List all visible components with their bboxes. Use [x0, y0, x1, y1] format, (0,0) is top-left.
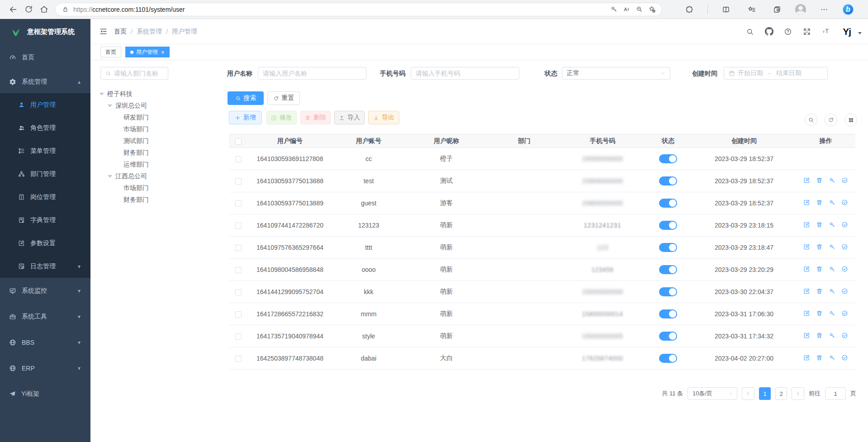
split-screen-icon[interactable] [718, 2, 734, 17]
row-edit-icon[interactable] [803, 288, 810, 295]
row-checkbox[interactable] [235, 311, 242, 318]
column-settings-icon[interactable] [844, 114, 857, 126]
sidebar-item-param-settings[interactable]: 参数设置 [0, 232, 90, 255]
status-toggle[interactable] [659, 309, 677, 318]
github-icon[interactable] [763, 26, 775, 38]
row-edit-icon[interactable] [803, 221, 810, 228]
sidebar-item-dict-management[interactable]: 字典管理 [0, 209, 90, 232]
tree-node[interactable]: 市场部门 [96, 124, 223, 135]
sidebar-item-role-management[interactable]: 角色管理 [0, 116, 90, 139]
tree-node[interactable]: 研发部门 [96, 112, 223, 124]
read-aloud-icon[interactable] [620, 3, 633, 16]
tree-expand-caret-icon[interactable] [100, 93, 104, 95]
row-edit-icon[interactable] [803, 310, 810, 317]
tree-expand-caret-icon[interactable] [108, 105, 112, 107]
row-reset-password-icon[interactable] [829, 199, 835, 206]
row-checkbox[interactable] [235, 333, 242, 340]
user-menu-caret-icon[interactable] [858, 32, 862, 34]
row-edit-icon[interactable] [803, 199, 810, 206]
row-assign-role-icon[interactable] [841, 310, 848, 317]
sidebar-item-system-management[interactable]: 系统管理 ▴ [0, 70, 90, 93]
sidebar-item-home[interactable]: 首页 [0, 44, 90, 70]
row-checkbox[interactable] [235, 356, 242, 362]
row-reset-password-icon[interactable] [829, 310, 835, 317]
tag-user-management[interactable]: 用户管理× [125, 47, 170, 57]
sidebar-item-bbs[interactable]: BBS ▾ [0, 329, 90, 355]
sidebar-item-system-tools[interactable]: 系统工具 ▾ [0, 304, 90, 329]
status-select[interactable]: 正常 [562, 67, 670, 80]
goto-page-input[interactable] [825, 387, 846, 400]
lock-icon[interactable] [62, 6, 69, 13]
row-checkbox[interactable] [235, 156, 242, 162]
row-assign-role-icon[interactable] [841, 288, 848, 295]
sidebar-item-user-management[interactable]: 用户管理 [0, 93, 90, 116]
row-edit-icon[interactable] [803, 266, 810, 272]
row-checkbox[interactable] [235, 267, 242, 273]
page-button-2[interactable]: 2 [775, 387, 787, 400]
row-delete-icon[interactable] [816, 288, 823, 295]
tree-node[interactable]: 测试部门 [96, 135, 223, 147]
breadcrumb-home[interactable]: 首页 [114, 28, 127, 36]
copilot-icon[interactable]: b [842, 4, 854, 15]
row-reset-password-icon[interactable] [829, 177, 835, 184]
table-refresh-icon[interactable] [825, 114, 837, 126]
app-logo[interactable]: 意框架管理系统 [0, 19, 90, 44]
status-toggle[interactable] [659, 287, 677, 296]
tree-node[interactable]: 深圳总公司 [96, 100, 223, 112]
edit-button[interactable]: 修改 [266, 111, 297, 124]
reset-button[interactable]: 重置 [267, 91, 300, 105]
row-assign-role-icon[interactable] [841, 243, 848, 250]
import-button[interactable]: 导入 [334, 111, 365, 124]
sidebar-item-system-monitor[interactable]: 系统监控 ▾ [0, 278, 90, 304]
username-input[interactable] [258, 67, 366, 80]
more-menu-icon[interactable] [816, 2, 832, 17]
row-delete-icon[interactable] [816, 177, 823, 184]
page-size-select[interactable]: 10条/页 [688, 387, 737, 400]
row-edit-icon[interactable] [803, 177, 810, 184]
row-reset-password-icon[interactable] [829, 288, 835, 295]
font-size-icon[interactable]: TT [820, 26, 832, 38]
address-bar[interactable]: https://ccnetcore.com:1101/system/user [55, 3, 662, 16]
help-icon[interactable] [782, 26, 794, 38]
date-range-picker[interactable]: 开始日期 - 结束日期 [724, 67, 828, 80]
status-toggle[interactable] [659, 265, 677, 274]
tree-node[interactable]: 财务部门 [96, 194, 223, 206]
tree-expand-caret-icon[interactable] [108, 175, 112, 178]
delete-button[interactable]: 删除 [300, 111, 331, 124]
export-button[interactable]: 导出 [368, 111, 399, 124]
search-button[interactable]: 搜索 [228, 91, 264, 105]
collections-icon[interactable] [769, 2, 785, 17]
row-assign-role-icon[interactable] [841, 354, 848, 361]
row-checkbox[interactable] [235, 178, 242, 185]
prev-page-button[interactable] [742, 387, 754, 400]
row-delete-icon[interactable] [816, 199, 823, 206]
status-toggle[interactable] [659, 243, 677, 252]
breadcrumb-system[interactable]: 系统管理 [137, 28, 162, 36]
row-reset-password-icon[interactable] [829, 243, 835, 250]
sidebar-item-log-management[interactable]: 日志管理 ▾ [0, 255, 90, 278]
tree-node[interactable]: 市场部门 [96, 182, 223, 194]
tree-node[interactable]: 江西总公司 [96, 171, 223, 182]
status-toggle[interactable] [659, 176, 677, 185]
zoom-out-icon[interactable] [633, 3, 645, 16]
row-delete-icon[interactable] [816, 354, 823, 361]
row-delete-icon[interactable] [816, 221, 823, 228]
row-assign-role-icon[interactable] [841, 177, 848, 184]
row-checkbox[interactable] [235, 245, 242, 251]
sidebar-item-dept-management[interactable]: 部门管理 [0, 162, 90, 185]
row-checkbox[interactable] [235, 289, 242, 295]
sidebar-item-menu-management[interactable]: 菜单管理 [0, 139, 90, 162]
status-toggle[interactable] [659, 154, 677, 163]
dept-search-input[interactable] [100, 67, 168, 80]
row-reset-password-icon[interactable] [829, 354, 835, 361]
row-assign-role-icon[interactable] [841, 221, 848, 228]
tag-home[interactable]: 首页 [100, 47, 121, 57]
favorites-bar-icon[interactable] [744, 2, 759, 17]
fullscreen-icon[interactable] [801, 26, 813, 38]
row-delete-icon[interactable] [816, 332, 823, 339]
sidebar-item-post-management[interactable]: 岗位管理 [0, 185, 90, 209]
row-assign-role-icon[interactable] [841, 199, 848, 206]
sidebar-item-erp[interactable]: ERP ▾ [0, 355, 90, 381]
status-toggle[interactable] [659, 332, 677, 341]
status-toggle[interactable] [659, 354, 677, 363]
